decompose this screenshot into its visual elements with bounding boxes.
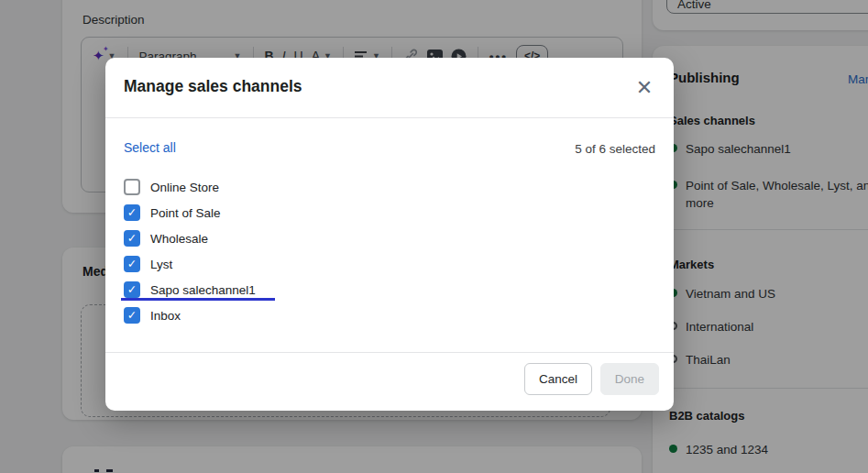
- checkbox[interactable]: ✓: [124, 307, 140, 324]
- checkbox[interactable]: ✓: [124, 179, 140, 195]
- channel-row-inbox[interactable]: ✓ Inbox: [124, 307, 181, 324]
- modal-title: Manage sales channels: [124, 77, 302, 96]
- manage-sales-channels-modal: Manage sales channels ✕ Select all 5 of …: [105, 58, 674, 411]
- channel-row-point-of-sale[interactable]: ✓ Point of Sale: [124, 204, 221, 221]
- checkbox-label: Wholesale: [150, 232, 208, 246]
- checkbox[interactable]: ✓: [124, 204, 140, 221]
- focus-underline: [121, 298, 275, 301]
- channel-row-sapo-salechannel1[interactable]: ✓ Sapo salechannel1: [124, 281, 256, 298]
- channel-row-wholesale[interactable]: ✓ Wholesale: [124, 230, 208, 247]
- checkbox[interactable]: ✓: [124, 230, 140, 247]
- channel-row-lyst[interactable]: ✓ Lyst: [124, 256, 172, 272]
- checkbox[interactable]: ✓: [124, 281, 140, 298]
- checkbox-label: Lyst: [150, 258, 172, 271]
- app-window: Description ✦ ▼ Paragraph ▼ B I U A ▼ ▼: [0, 0, 868, 473]
- selected-count: 5 of 6 selected: [575, 142, 655, 156]
- modal-header-divider: [105, 117, 674, 118]
- checkbox-label: Point of Sale: [150, 206, 221, 220]
- checkbox-label: Inbox: [150, 309, 181, 323]
- close-icon[interactable]: ✕: [632, 74, 657, 100]
- checkbox-label: Sapo salechannel1: [150, 283, 256, 297]
- select-all-link[interactable]: Select all: [124, 140, 176, 155]
- cancel-button[interactable]: Cancel: [524, 363, 592, 395]
- checkbox-label: Online Store: [150, 181, 219, 194]
- done-button[interactable]: Done: [600, 363, 659, 395]
- channel-row-online-store[interactable]: ✓ Online Store: [124, 179, 219, 195]
- checkbox[interactable]: ✓: [124, 256, 140, 272]
- modal-footer-divider: [105, 352, 674, 353]
